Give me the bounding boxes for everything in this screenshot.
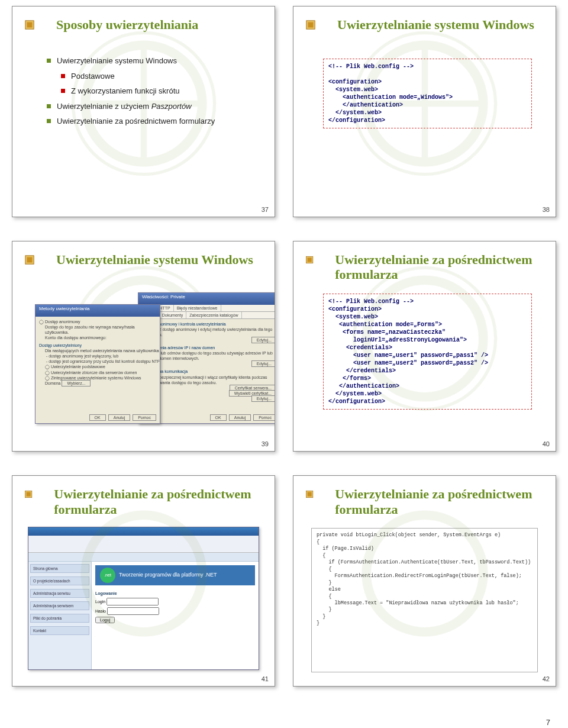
code-block: <!-- Plik Web.config --> <configuration>…: [323, 59, 532, 128]
slide-title: Uwierzytelnianie za pośrednictwem formul…: [335, 252, 544, 283]
slide-number: 42: [543, 675, 550, 682]
bullet-text: Uwierzytelnianie systemu Windows: [57, 55, 177, 67]
title-bullet-icon: [24, 255, 35, 265]
bullet-icon: [47, 104, 51, 108]
login-button[interactable]: Loguj: [95, 617, 115, 623]
help-button[interactable]: Pomoc: [253, 414, 275, 421]
slide-40: Uwierzytelnianie za pośrednictwem formul…: [293, 241, 556, 452]
section-text: Wyłącz dostęp anonimowy i edytuj metody …: [148, 327, 275, 337]
slide-title: Uwierzytelnianie za pośrednictwem formul…: [335, 487, 544, 517]
page-banner: .netTworzenie programów dla platformy .N…: [95, 565, 255, 585]
sidebar-item[interactable]: Kontakt: [30, 626, 89, 635]
slide-number: 39: [262, 440, 269, 447]
tab[interactable]: Zabezpieczenia katalogów: [186, 312, 242, 318]
bullet-text: Z wykorzystaniem funkcji skrótu: [71, 85, 180, 97]
title-bullet-icon: [305, 255, 314, 265]
sidebar-item[interactable]: Strona główna: [30, 564, 89, 573]
slide-title: Uwierzytelnianie systemu Windows: [337, 17, 534, 48]
slide-number: 38: [543, 206, 550, 213]
bullet-icon: [47, 59, 51, 63]
cancel-button[interactable]: Anuluj: [229, 414, 251, 421]
svg-rect-23: [308, 257, 312, 262]
code-pane: private void btLogin_Click(object sender…: [311, 528, 538, 672]
svg-rect-7: [27, 22, 33, 28]
tab[interactable]: Dokumenty: [159, 312, 186, 318]
bullet-icon: [61, 74, 65, 78]
sidebar: Strona główna O projekcie/zasadach Admin…: [28, 562, 92, 670]
section-header: Dostęp anonimowy i kontrola uwierzytelni…: [142, 321, 275, 327]
slide-37: Sposoby uwierzytelniania Uwierzytelniani…: [12, 6, 275, 217]
slide-41: Uwierzytelnianie za pośrednictwem formul…: [12, 475, 275, 687]
anon-checkbox[interactable]: Dostęp anonimowy: [39, 319, 156, 324]
bullet-text: Uwierzytelnianie za pośrednictwem formul…: [57, 115, 215, 127]
domain-select-button[interactable]: Wybierz...: [62, 380, 91, 386]
svg-rect-29: [308, 492, 312, 497]
edit-button[interactable]: Edytuj...: [251, 395, 275, 402]
sidebar-item[interactable]: Administracja serwisem: [30, 601, 89, 610]
bullet-text: Podstawowe: [71, 70, 115, 82]
section-text: Udziel lub odmów dostępu do tego zasobu …: [148, 350, 275, 361]
section-header: Dostęp uwierzytelniony: [39, 343, 156, 348]
slide-number: 37: [262, 206, 269, 213]
sidebar-item[interactable]: Pliki do pobrania: [30, 614, 89, 623]
browser-toolbar: [28, 536, 259, 553]
sidebar-item[interactable]: Administracja serwisu: [30, 589, 89, 598]
login-label: Login: [95, 600, 105, 604]
cancel-button[interactable]: Anuluj: [108, 414, 130, 421]
net-logo-icon: .net: [100, 568, 115, 583]
slide-title: Uwierzytelnianie systemu Windows: [56, 252, 253, 283]
anon-account: Konto dla dostępu anonimowego:: [45, 335, 156, 340]
ok-button[interactable]: OK: [210, 414, 227, 421]
slide-number: 40: [543, 440, 550, 447]
slide-content: Uwierzytelnianie systemu Windows Podstaw…: [47, 55, 263, 127]
svg-rect-15: [308, 22, 314, 28]
title-bullet-icon: [24, 20, 35, 30]
auth-grp-text: Dla następujących metod uwierzytelniania…: [45, 348, 156, 364]
browser-window: Strona główna O projekcie/zasadach Admin…: [28, 527, 259, 670]
sidebar-item[interactable]: O projekcie/zasadach: [30, 576, 89, 585]
section-header: Bezpieczna komunikacja: [142, 369, 275, 374]
tab[interactable]: Błędy niestandardowe: [174, 305, 221, 311]
svg-rect-19: [27, 257, 33, 262]
title-bullet-icon: [305, 20, 316, 30]
edit-button[interactable]: Edytuj...: [251, 360, 275, 367]
slide-title: Sposoby uwierzytelniania: [56, 17, 198, 48]
bullet-text: Uwierzytelnianie z użyciem Paszportów: [57, 101, 192, 112]
slide-title: Uwierzytelnianie za pośrednictwem formul…: [54, 487, 263, 517]
code-block: <!-- Plik Web.config --> <configuration>…: [323, 294, 532, 410]
section-text: Żądaj bezpiecznej komunikacji i włącz ce…: [148, 375, 275, 385]
help-button[interactable]: Pomoc: [133, 414, 156, 421]
page-body: .netTworzenie programów dla platformy .N…: [92, 562, 259, 670]
auth-digest[interactable]: Uwierzytelnianie zbiorcze dla serwerów d…: [45, 370, 156, 375]
password-input[interactable]: [107, 607, 159, 615]
slide-38: Uwierzytelnianie systemu Windows <!-- Pl…: [293, 6, 556, 217]
page-number: 7: [546, 718, 550, 727]
title-bullet-icon: [24, 489, 33, 500]
anon-text: Dostęp do tego zasobu nie wymaga nazwy/h…: [45, 324, 156, 335]
form-heading: Logowanie: [95, 591, 255, 595]
dialog-titlebar: Właściwości: Private: [138, 293, 275, 305]
domain-label: Domena: [45, 381, 60, 385]
slide-39: Uwierzytelnianie systemu Windows Właściw…: [12, 241, 275, 452]
bullet-icon: [61, 89, 65, 93]
browser-titlebar: [28, 527, 259, 536]
slide-number: 41: [262, 675, 269, 682]
pass-label: Hasło: [95, 609, 106, 613]
title-bullet-icon: [305, 489, 314, 500]
auth-methods-dialog: Metody uwierzytelniania Dostęp anonimowy…: [35, 304, 160, 424]
login-input[interactable]: [106, 598, 159, 605]
auth-basic[interactable]: Uwierzytelnianie podstawowe: [45, 364, 156, 369]
slide-42: Uwierzytelnianie za pośrednictwem formul…: [293, 475, 556, 687]
edit-button[interactable]: Edytuj...: [251, 337, 275, 343]
section-header: Ograniczenia adresów IP i nazw domen: [142, 345, 275, 350]
bullet-icon: [47, 119, 51, 123]
dialog-titlebar: Metody uwierzytelniania: [36, 305, 160, 317]
svg-rect-26: [27, 492, 31, 497]
ok-button[interactable]: OK: [89, 414, 106, 421]
